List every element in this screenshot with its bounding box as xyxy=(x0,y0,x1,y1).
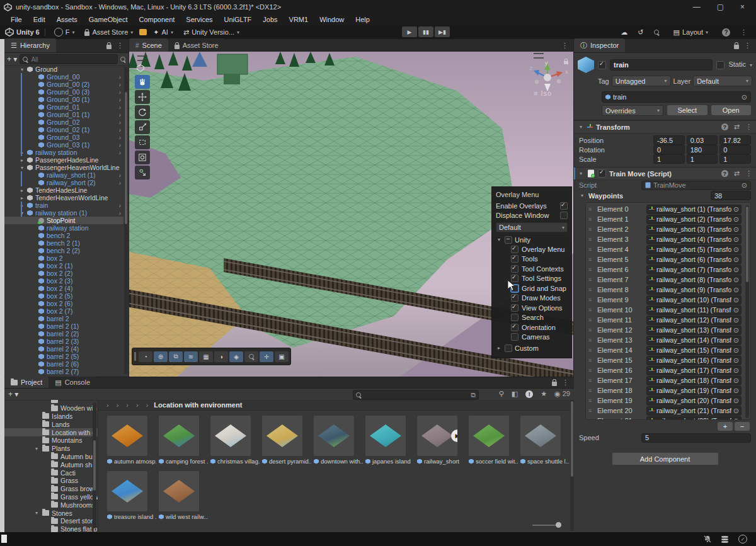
child-chevron-icon[interactable]: › xyxy=(119,134,122,141)
reorder-handle-icon[interactable]: ≡ xyxy=(588,377,595,384)
object-picker-icon[interactable]: ⊙ xyxy=(733,397,739,405)
waypoint-object-field[interactable]: railway_short (13) (Transform) ⊙ xyxy=(646,326,742,335)
hierarchy-item[interactable]: railway station (1) › xyxy=(4,209,123,217)
child-chevron-icon[interactable]: › xyxy=(119,209,122,217)
camera-preview-button[interactable]: ▣ xyxy=(275,351,289,362)
waypoint-object-field[interactable]: railway_short (15) (Transform) ⊙ xyxy=(646,346,742,355)
hierarchy-item[interactable]: Ground_02 › xyxy=(4,118,123,126)
reorder-handle-icon[interactable]: ≡ xyxy=(588,256,595,263)
x-field[interactable]: 0 xyxy=(653,145,685,154)
asset-tile[interactable]: ▶ railway_short xyxy=(417,416,466,465)
child-chevron-icon[interactable]: › xyxy=(119,96,122,103)
object-picker-icon[interactable]: ⊙ xyxy=(733,306,739,314)
expand-arrow-icon[interactable] xyxy=(18,150,26,156)
add-component-button[interactable]: Add Component xyxy=(612,452,719,465)
hierarchy-item[interactable]: railway_short (1) › xyxy=(4,171,123,179)
folder-item[interactable]: Location with e xyxy=(4,428,98,436)
folder-item[interactable]: Grass yellow xyxy=(4,493,98,501)
presets-icon[interactable]: ⇄ xyxy=(734,169,740,178)
asset-tile[interactable]: ▶ space shuttle l... xyxy=(520,416,570,465)
object-picker-icon[interactable]: ⊙ xyxy=(733,326,739,334)
asset-tile[interactable]: ▶ japanes island xyxy=(365,416,415,465)
object-picker-icon[interactable]: ⊙ xyxy=(733,256,739,264)
panel-menu-button[interactable]: ⋮ xyxy=(117,42,123,50)
hierarchy-item[interactable]: Ground_03 › xyxy=(4,134,123,141)
folder-item[interactable]: Autumn shr xyxy=(4,460,98,469)
expand-arrow-icon[interactable] xyxy=(18,157,26,163)
menu-item[interactable]: Jobs xyxy=(257,16,283,23)
waypoint-row[interactable]: ≡ Element 3 railway_short (4) (Transform… xyxy=(586,234,750,244)
breadcrumb-chevron[interactable]: › xyxy=(123,401,132,409)
reorder-handle-icon[interactable]: ≡ xyxy=(588,327,595,333)
hierarchy-item[interactable]: Ground_00 (3) › xyxy=(4,88,123,96)
hierarchy-item[interactable]: Ground_03 (1) › xyxy=(4,141,123,149)
presets-icon[interactable]: ⇄ xyxy=(734,123,740,131)
overlay-menu-item[interactable]: Cameras xyxy=(496,333,568,343)
save-search-icon[interactable]: ⧉ xyxy=(471,391,476,399)
hierarchy-item[interactable]: barrel 2 (3) › xyxy=(4,338,123,345)
checkbox[interactable] xyxy=(511,304,518,312)
hierarchy-item[interactable]: barrel 2 (7) › xyxy=(4,368,123,375)
hierarchy-item[interactable]: bench 2 (1) › xyxy=(4,239,123,247)
x-field[interactable]: -36.5 xyxy=(653,135,685,145)
object-picker-icon[interactable]: ⊙ xyxy=(733,286,739,294)
reorder-handle-icon[interactable]: ≡ xyxy=(588,418,595,420)
hierarchy-item[interactable]: barrel 2 (5) › xyxy=(4,353,123,360)
hierarchy-item[interactable]: box 2 (7) › xyxy=(4,307,123,315)
hierarchy-item[interactable]: bench 2 › xyxy=(4,232,123,239)
ai-menu[interactable]: ✦ AI▾ xyxy=(149,27,177,38)
hierarchy-item[interactable]: railway station › xyxy=(4,149,123,156)
asset-thumbnail[interactable]: ▶ xyxy=(159,416,199,456)
static-dropdown[interactable]: ▾ xyxy=(750,62,752,68)
waypoint-object-field[interactable]: railway_short (1) (Transform) ⊙ xyxy=(646,205,742,214)
tool-context-dropdown[interactable]: ▾ xyxy=(135,62,150,74)
overlay-menu-item[interactable]: Tools xyxy=(496,254,568,264)
magnifier-button[interactable] xyxy=(244,351,258,362)
checkbox[interactable] xyxy=(511,294,518,302)
asset-thumbnail[interactable]: ▶ xyxy=(159,471,199,511)
lock-icon[interactable] xyxy=(552,382,557,386)
waypoint-row[interactable]: ≡ Element 10 railway_short (11) (Transfo… xyxy=(586,305,750,315)
remove-element-button[interactable]: − xyxy=(735,422,750,431)
child-chevron-icon[interactable]: › xyxy=(119,118,122,126)
child-chevron-icon[interactable]: › xyxy=(119,103,122,111)
hierarchy-item[interactable]: box 2 (2) › xyxy=(4,270,123,277)
prefab-select-button[interactable]: Select xyxy=(667,105,707,115)
expand-arrow-icon[interactable] xyxy=(18,188,26,193)
overlay-preset-dropdown[interactable]: Default▾ xyxy=(496,222,568,232)
hierarchy-item[interactable]: TenderHeavenWorldLine › xyxy=(4,194,123,202)
object-picker-icon[interactable]: ⊙ xyxy=(733,225,739,234)
search-button[interactable] xyxy=(654,30,660,35)
object-picker-icon[interactable]: ⊙ xyxy=(733,346,739,355)
waypoint-object-field[interactable]: railway_short (3) (Transform) ⊙ xyxy=(646,225,742,234)
breadcrumb-chevron[interactable]: › xyxy=(143,401,152,409)
menu-item[interactable]: Edit xyxy=(28,16,51,23)
folder-item[interactable]: Stones flat b xyxy=(4,525,98,532)
reorder-handle-icon[interactable]: ≡ xyxy=(588,367,595,373)
expand-arrow-icon[interactable] xyxy=(33,510,40,516)
y-field[interactable]: 0.03 xyxy=(687,135,718,145)
waypoints-scrollbar[interactable] xyxy=(745,205,749,418)
reorder-handle-icon[interactable]: ≡ xyxy=(588,387,595,394)
displace-window-row[interactable]: Displace Window xyxy=(496,210,568,220)
waypoint-object-field[interactable]: railway_short (11) (Transform) ⊙ xyxy=(646,305,742,315)
expand-arrow-icon[interactable] xyxy=(18,67,26,72)
tag-dropdown[interactable]: Untagged▾ xyxy=(612,76,671,86)
menu-item[interactable]: Component xyxy=(133,16,180,23)
hierarchy-item[interactable]: barrel 2 (1) › xyxy=(4,322,123,330)
add-element-button[interactable]: + xyxy=(718,422,733,431)
object-picker-icon[interactable]: ⊙ xyxy=(733,296,739,304)
compile-status-icon[interactable]: ✓ xyxy=(738,535,747,543)
menu-item[interactable]: Window xyxy=(314,16,350,23)
hierarchy-tab[interactable]: ☰ Hierarchy xyxy=(4,38,56,52)
reorder-handle-icon[interactable]: ≡ xyxy=(588,317,595,323)
z-field[interactable]: 0 xyxy=(719,145,751,154)
child-chevron-icon[interactable]: › xyxy=(119,111,122,118)
object-picker-icon[interactable]: ⊙ xyxy=(733,276,739,284)
waypoint-row[interactable]: ≡ Element 15 railway_short (16) (Transfo… xyxy=(586,355,750,365)
overlay-menu-item[interactable]: View Options xyxy=(496,303,568,313)
cloud-button[interactable]: ☁ xyxy=(621,28,627,37)
hierarchy-item[interactable]: Ground_00 (1) › xyxy=(4,96,123,103)
object-picker-icon[interactable]: ⊙ xyxy=(733,316,739,324)
object-picker-icon[interactable]: ⊙ xyxy=(733,356,739,365)
